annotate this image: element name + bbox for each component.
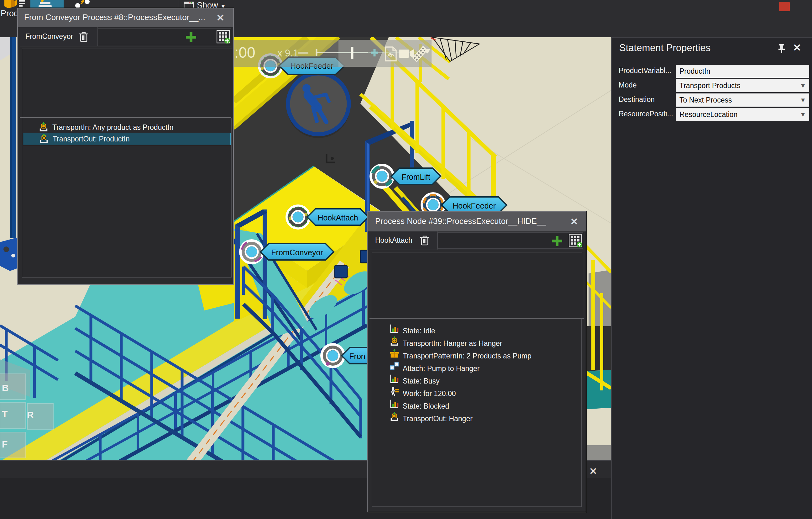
svg-text:R: R [27,410,34,420]
svg-text:Fron: Fron [349,352,365,361]
svg-text:x 9.1: x 9.1 [277,48,298,59]
svg-text:F: F [2,439,7,449]
svg-text:HookFeeder: HookFeeder [453,201,496,210]
svg-text:HookAttach: HookAttach [317,213,358,222]
svg-text:B: B [2,383,9,393]
svg-text:FromConveyor: FromConveyor [271,248,323,257]
svg-text:T: T [2,409,7,419]
svg-text::00: :00 [234,44,255,61]
svg-text:FromLift: FromLift [402,172,430,181]
